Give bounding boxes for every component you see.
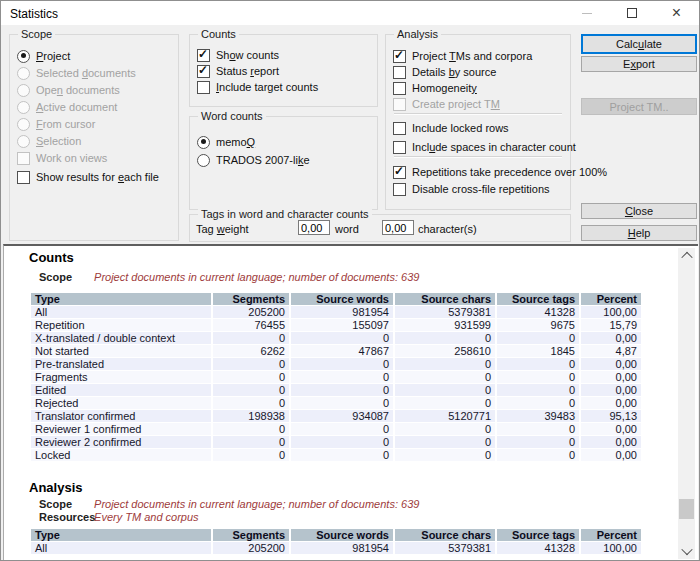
checkbox-include-spaces-in-character-count[interactable]: Include spaces in character count [393, 140, 576, 154]
column-header-source-tags[interactable]: Source tags [497, 529, 579, 541]
table-row: All205200981954537938141328100,00 [31, 306, 641, 318]
close-dialog-button-label: Close [625, 205, 653, 217]
export-button-label: Export [623, 58, 655, 70]
window-title: Statistics [10, 7, 58, 21]
checkbox-include-target-counts[interactable]: Include target counts [197, 80, 318, 94]
checkbox-checked-icon [197, 49, 210, 62]
calculate-button[interactable]: Calculate [581, 34, 697, 54]
checkbox-checked-icon [393, 50, 406, 63]
radio-from-cursor: From cursor [17, 117, 95, 131]
checkbox-icon [393, 122, 406, 135]
cell-value: 100,00 [581, 306, 641, 318]
cell-value: 0 [497, 358, 579, 370]
column-header-type[interactable]: Type [31, 529, 211, 541]
checkbox-repetitions-take-precedence[interactable]: Repetitions take precedence over 100% [393, 165, 607, 179]
radio-icon [17, 101, 30, 114]
cell-value: 0 [291, 397, 393, 409]
checkbox-disable-cross-file-repetitions[interactable]: Disable cross-file repetitions [393, 182, 550, 196]
analysis-heading: Analysis [29, 480, 82, 495]
cell-value: 0 [395, 358, 495, 370]
column-header-segments[interactable]: Segments [213, 529, 289, 541]
checkbox-project-tms-and-corpora[interactable]: Project TMs and corpora [393, 49, 532, 63]
cell-value: 931599 [395, 319, 495, 331]
cell-value: 0 [497, 384, 579, 396]
cell-value: 0 [497, 436, 579, 448]
table-row: Translator confirmed19893893408751207713… [31, 410, 641, 422]
help-button[interactable]: Help [581, 225, 697, 241]
titlebar: Statistics × [1, 1, 699, 25]
cell-type: Rejected [31, 397, 211, 409]
checkbox-homogeneity[interactable]: Homogeneity [393, 81, 477, 95]
tag-weight-char-input[interactable] [382, 220, 414, 235]
option-label: Open documents [36, 84, 120, 96]
cell-value: 41328 [497, 306, 579, 318]
cell-value: 1845 [497, 345, 579, 357]
checkbox-icon [393, 141, 406, 154]
table-row: All205200981954537938141328100,00 [31, 542, 641, 554]
scope-label: Scope [39, 271, 91, 283]
statistics-dialog: Statistics × Scope Project Selected docu… [0, 0, 700, 561]
column-header-type[interactable]: Type [31, 293, 211, 305]
close-button[interactable]: × [654, 1, 699, 25]
table-row: Not started62624786725861018454,87 [31, 345, 641, 357]
column-header-source-words[interactable]: Source words [291, 293, 393, 305]
option-label: Show counts [216, 49, 279, 61]
cell-value: 0,00 [581, 449, 641, 461]
table-row: Locked00000,00 [31, 449, 641, 461]
checkbox-show-counts[interactable]: Show counts [197, 48, 279, 62]
checkbox-show-results-for-each-file[interactable]: Show results for each file [17, 170, 159, 184]
cell-value: 205200 [213, 542, 289, 554]
maximize-button[interactable] [609, 1, 654, 25]
cell-value: 0 [497, 397, 579, 409]
checkbox-icon [393, 183, 406, 196]
scope-group: Scope Project Selected documents Open do… [9, 34, 179, 241]
column-header-source-tags[interactable]: Source tags [497, 293, 579, 305]
radio-checked-icon [17, 50, 30, 63]
cell-value: 0 [497, 332, 579, 344]
cell-value: 0,00 [581, 397, 641, 409]
cell-value: 100,00 [581, 542, 641, 554]
calculate-button-label: Calculate [616, 38, 662, 50]
option-label: Work on views [36, 152, 107, 164]
column-header-source-chars[interactable]: Source chars [395, 293, 495, 305]
option-label: Include spaces in character count [412, 141, 576, 153]
option-label: From cursor [36, 118, 95, 130]
cell-value: 0 [395, 384, 495, 396]
resources-value: Every TM and corpus [94, 511, 199, 523]
counts-scope-row: Scope Project documents in current langu… [39, 271, 419, 283]
scrollbar-up-button[interactable] [678, 248, 695, 264]
option-label: Project [36, 50, 70, 62]
checkbox-details-by-source[interactable]: Details by source [393, 65, 496, 79]
counts-group: Counts Show counts Status report Include… [189, 34, 378, 107]
scrollbar-track[interactable] [678, 248, 695, 559]
checkbox-work-on-views: Work on views [17, 151, 107, 165]
cell-value: 0 [213, 358, 289, 370]
table-row: Pre-translated00000,00 [31, 358, 641, 370]
export-button[interactable]: Export [581, 56, 697, 72]
radio-icon [17, 118, 30, 131]
option-label: Homogeneity [412, 82, 477, 94]
cell-value: 0 [291, 332, 393, 344]
cell-value: 0 [291, 449, 393, 461]
scrollbar-down-button[interactable] [678, 543, 695, 559]
column-header-source-chars[interactable]: Source chars [395, 529, 495, 541]
scrollbar-thumb[interactable] [679, 499, 694, 519]
column-header-source-words[interactable]: Source words [291, 529, 393, 541]
radio-memoq[interactable]: memoQ [197, 135, 255, 149]
radio-project[interactable]: Project [17, 49, 70, 63]
cell-value: 981954 [291, 306, 393, 318]
tag-weight-label: Tag weight [196, 223, 249, 235]
option-label: Include locked rows [412, 122, 509, 134]
tag-weight-word-input[interactable] [298, 220, 330, 235]
radio-checked-icon [197, 136, 210, 149]
close-dialog-button[interactable]: Close [581, 203, 697, 219]
cell-type: Repetition [31, 319, 211, 331]
column-header-percent[interactable]: Percent [581, 529, 641, 541]
table-row: Edited00000,00 [31, 384, 641, 396]
option-label: Selected documents [36, 67, 136, 79]
checkbox-status-report[interactable]: Status report [197, 64, 279, 78]
checkbox-include-locked-rows[interactable]: Include locked rows [393, 121, 509, 135]
column-header-percent[interactable]: Percent [581, 293, 641, 305]
column-header-segments[interactable]: Segments [213, 293, 289, 305]
radio-trados-2007-like[interactable]: TRADOS 2007-like [197, 153, 310, 167]
